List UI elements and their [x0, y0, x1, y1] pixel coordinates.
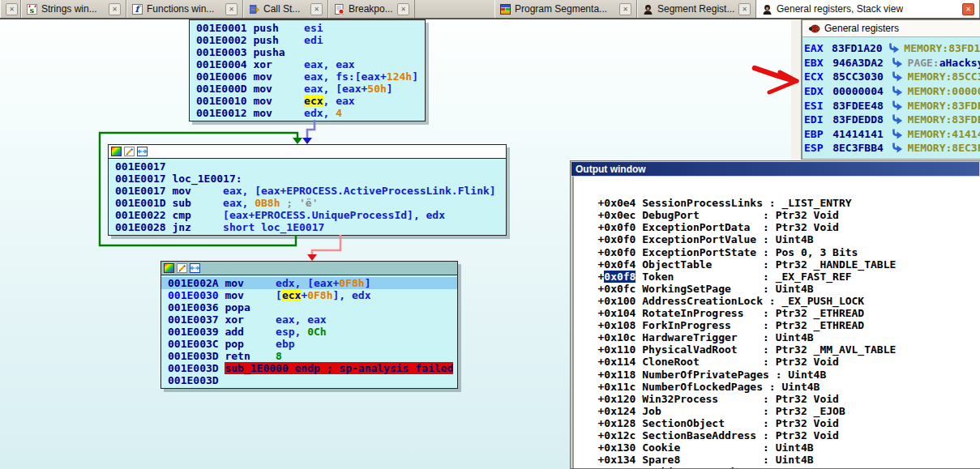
asm-line[interactable]: 001E0017 loc_1E0017:: [115, 173, 506, 185]
asm-line[interactable]: 001E0006 mov eax, fs:[eax+124h]: [196, 70, 425, 83]
asm-line[interactable]: 001E0039 add esp, 0Ch: [168, 326, 457, 338]
graph-node-loop[interactable]: 001E0017001E0017 loc_1E0017:001E0017 mov…: [108, 144, 507, 236]
asm-line[interactable]: 001E0003 pusha: [196, 46, 425, 58]
output-line: +0x0f0 ExceptionPortValue : Uint4B: [579, 233, 980, 245]
node-code: 001E002A mov edx, [eax+0F8h]001E0030 mov…: [161, 275, 457, 388]
tab-segregs[interactable]: Segment Regist...✕: [637, 0, 756, 18]
tab-strings[interactable]: sStrings win...✕: [21, 0, 126, 18]
panel-splitter[interactable]: [791, 19, 802, 160]
register-row-ecx[interactable]: ECX85CC3030MEMORY:85CC3: [804, 70, 980, 84]
register-row-ebx[interactable]: EBX946A3DA2PAGE:aHacksy: [804, 56, 980, 70]
register-name: EAX: [804, 42, 832, 54]
graph-node-entry[interactable]: 001E0001 push esi001E0002 push edi001E00…: [189, 19, 426, 122]
close-icon[interactable]: ✕: [397, 3, 409, 15]
asm-line[interactable]: 001E0002 push edi: [196, 34, 425, 46]
tab-functions[interactable]: fFunctions win...✕: [126, 0, 243, 18]
asm-line[interactable]: 001E0030 mov [ecx+0F8h], edx: [168, 289, 457, 301]
register-value[interactable]: 83FDEDD8: [832, 113, 888, 126]
output-line: +0x108 ForkInProgress : Ptr32 _ETHREAD: [579, 319, 980, 331]
output-window-titlebar[interactable]: Output window: [571, 162, 979, 176]
asm-line[interactable]: 001E0017: [115, 160, 506, 173]
register-value[interactable]: 00000004: [832, 85, 888, 97]
close-icon[interactable]: ✕: [6, 3, 18, 15]
register-name: EDI: [804, 113, 832, 126]
register-row-esp[interactable]: ESP8EC3FBB4MEMORY:8EC3F: [804, 141, 980, 156]
node-titlebar[interactable]: [161, 262, 457, 275]
sync-icon[interactable]: [190, 263, 200, 273]
follow-arrow-icon: [888, 143, 908, 153]
tab-breakpoints[interactable]: Breakpo...✕: [328, 0, 415, 18]
asm-line[interactable]: 001E003C pop ebp: [168, 338, 457, 350]
asm-line[interactable]: 001E003D sub_1E0000 endp ; sp-analysis f…: [168, 362, 457, 374]
close-icon[interactable]: ✕: [619, 3, 631, 15]
asm-line[interactable]: 001E002A mov edx, [eax+0F8h]: [161, 277, 457, 289]
graph-node-exit[interactable]: 001E002A mov edx, [eax+0F8h]001E0030 mov…: [160, 261, 458, 389]
close-icon[interactable]: ✕: [225, 3, 238, 15]
register-value[interactable]: 83FDEE48: [832, 100, 888, 112]
register-row-edi[interactable]: EDI83FDEDD8MEMORY:83FDE: [804, 113, 980, 127]
asm-line[interactable]: 001E000D mov eax, [eax+50h]: [196, 83, 425, 95]
follow-arrow-icon: [888, 129, 908, 139]
node-titlebar[interactable]: [109, 145, 506, 159]
register-name: ESI: [804, 100, 832, 112]
output-line: +0x114 CloneRoot : Ptr32 Void: [579, 356, 980, 368]
register-target: MEMORY:8EC3F: [908, 142, 980, 154]
register-target: MEMORY:85CC3: [908, 70, 980, 83]
output-line: +0x134 Spare8 : Uint4B: [579, 454, 980, 466]
asm-line[interactable]: 001E0010 mov ecx, eax: [196, 95, 425, 107]
asm-line[interactable]: 001E0036 popa: [168, 301, 457, 313]
edit-icon[interactable]: [177, 263, 187, 273]
asm-line[interactable]: 001E0022 cmp [eax+EPROCESS.UniqueProcess…: [115, 209, 506, 221]
asm-line[interactable]: 001E0017 mov eax, [eax+EPROCESS.ActivePr…: [115, 185, 506, 197]
register-name: ECX: [804, 70, 832, 83]
ida-workspace: ✕sStrings win...✕fFunctions win...✕Call …: [0, 0, 980, 469]
asm-line[interactable]: 001E003D: [168, 374, 457, 386]
register-target: MEMORY:00000: [908, 85, 980, 97]
register-value[interactable]: 85CC3030: [832, 70, 888, 83]
tab-label: Strings win...: [41, 3, 97, 15]
tabbar-divider: [0, 18, 980, 19]
output-line: +0x11c NumberOfLockedPages : Uint4B: [579, 381, 980, 393]
output-line: +0x0fc WorkingSetPage : Uint4B: [579, 283, 980, 295]
tab-label: Breakpo...: [349, 3, 393, 15]
palette-icon[interactable]: [164, 263, 174, 273]
tab-general-registers[interactable]: General registers, Stack view✕: [756, 0, 980, 18]
close-icon[interactable]: ✕: [962, 3, 974, 15]
close-icon[interactable]: ✕: [738, 3, 751, 15]
asm-line[interactable]: 001E001D sub eax, 0B8h ; 'ё': [115, 197, 506, 209]
output-line: +0x124 Job : Ptr32 _EJOB: [579, 405, 980, 417]
asm-line[interactable]: 001E0004 xor eax, eax: [196, 58, 425, 70]
node-code: 001E0001 push esi001E0002 push edi001E00…: [190, 20, 425, 121]
follow-arrow-icon: [888, 100, 908, 111]
register-row-ebp[interactable]: EBP41414141MEMORY:41414: [804, 127, 980, 142]
tab-label: Call St...: [263, 3, 300, 15]
output-window-content[interactable]: +0x0e4 SessionProcessLinks : _LIST_ENTRY…: [572, 177, 980, 468]
asm-line[interactable]: 001E0001 push esi: [196, 22, 425, 34]
register-value[interactable]: 8EC3FBB4: [832, 142, 888, 154]
register-row-edx[interactable]: EDX00000004MEMORY:00000: [804, 84, 980, 99]
register-value[interactable]: 83FD1A20: [832, 42, 884, 54]
asm-line[interactable]: 001E0037 xor eax, eax: [168, 313, 457, 326]
register-value[interactable]: 41414141: [832, 128, 888, 140]
tab-hidden[interactable]: ✕: [0, 0, 21, 18]
asm-line[interactable]: 001E0012 mov edx, 4: [196, 107, 425, 119]
output-line: +0x0f4 ObjectTable : Ptr32 _HANDLE_TABLE: [579, 258, 980, 271]
follow-arrow-icon: [884, 43, 904, 53]
follow-arrow-icon: [888, 114, 908, 125]
close-icon[interactable]: ✕: [109, 3, 121, 15]
asm-line[interactable]: 001E0028 jnz short loc_1E0017: [115, 221, 506, 233]
tab-label: Program Segmenta...: [515, 3, 607, 15]
close-icon[interactable]: ✕: [310, 3, 323, 15]
register-name: ESP: [804, 142, 832, 154]
palette-icon[interactable]: [111, 147, 122, 156]
register-row-eax[interactable]: EAX83FD1A20MEMORY:83FD1A: [804, 41, 980, 56]
tab-segments[interactable]: Program Segmenta...✕: [494, 0, 637, 18]
tab-callstack[interactable]: Call St...✕: [243, 0, 328, 18]
asm-line[interactable]: 001E003D retn 8: [168, 350, 457, 362]
output-line: +0x12c SectionBaseAddress : Ptr32 Void: [579, 429, 980, 441]
register-value[interactable]: 946A3DA2: [832, 57, 888, 69]
register-row-esi[interactable]: ESI83FDEE48MEMORY:83FDE: [804, 98, 980, 113]
edit-icon[interactable]: [124, 147, 135, 156]
register-target: MEMORY:83FDE: [908, 100, 980, 112]
sync-icon[interactable]: [137, 147, 148, 156]
